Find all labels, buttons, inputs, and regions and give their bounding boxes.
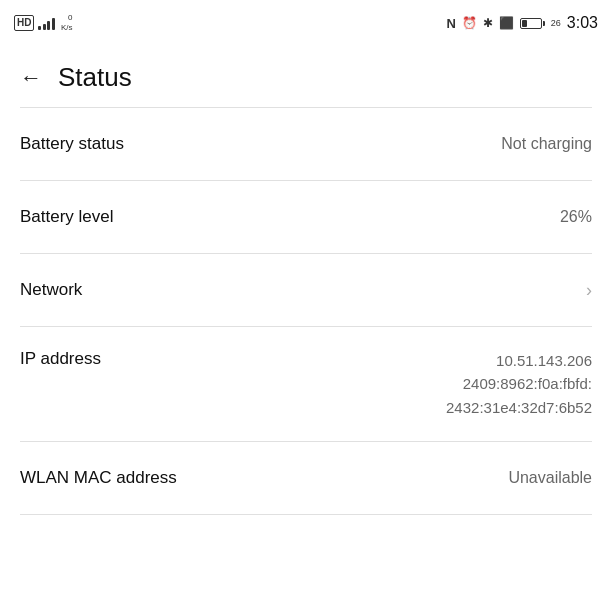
wlan-mac-label: WLAN MAC address xyxy=(20,468,177,488)
bluetooth-icon: ✱ xyxy=(483,16,493,30)
ip-v4: 10.51.143.206 xyxy=(496,349,592,372)
ip-v6-part1: 2409:8962:f0a:fbfd: xyxy=(463,372,592,395)
ip-address-label: IP address xyxy=(20,349,101,369)
network-speed: 0 K/s xyxy=(61,13,73,32)
ip-address-item: IP address 10.51.143.206 2409:8962:f0a:f… xyxy=(0,327,612,441)
hd-badge: HD xyxy=(14,15,34,31)
battery-status-value: Not charging xyxy=(501,135,592,153)
ip-address-value: 10.51.143.206 2409:8962:f0a:fbfd: 2432:3… xyxy=(446,349,592,419)
alarm-icon: ⏰ xyxy=(462,16,477,30)
status-bar-left: HD 0 K/s xyxy=(14,13,73,32)
battery-level-label: Battery level xyxy=(20,207,114,227)
clock: 3:03 xyxy=(567,14,598,32)
status-bar: HD 0 K/s N ⏰ ✱ ⬛ 26 3:03 xyxy=(0,0,612,44)
battery-level-item: Battery level 26% xyxy=(0,181,612,253)
status-bar-right: N ⏰ ✱ ⬛ 26 3:03 xyxy=(446,14,598,32)
signal-bars-icon xyxy=(38,16,55,30)
ip-v6-part2: 2432:31e4:32d7:6b52 xyxy=(446,396,592,419)
page-title: Status xyxy=(58,62,132,93)
wlan-mac-value: Unavailable xyxy=(508,469,592,487)
vibrate-icon: ⬛ xyxy=(499,16,514,30)
speed-unit: K/s xyxy=(61,23,73,33)
network-item[interactable]: Network › xyxy=(0,254,612,326)
network-label: Network xyxy=(20,280,82,300)
header: ← Status xyxy=(0,44,612,107)
battery-status-item: Battery status Not charging xyxy=(0,108,612,180)
wlan-mac-item: WLAN MAC address Unavailable xyxy=(0,442,612,514)
chevron-right-icon: › xyxy=(586,280,592,301)
nfc-icon: N xyxy=(446,16,455,31)
speed-value: 0 xyxy=(68,13,72,23)
battery-icon xyxy=(520,18,545,29)
status-list: Battery status Not charging Battery leve… xyxy=(0,107,612,515)
battery-percent: 26 xyxy=(551,18,561,28)
back-button[interactable]: ← xyxy=(20,65,42,91)
divider-6 xyxy=(20,514,592,515)
battery-level-value: 26% xyxy=(560,208,592,226)
battery-status-label: Battery status xyxy=(20,134,124,154)
